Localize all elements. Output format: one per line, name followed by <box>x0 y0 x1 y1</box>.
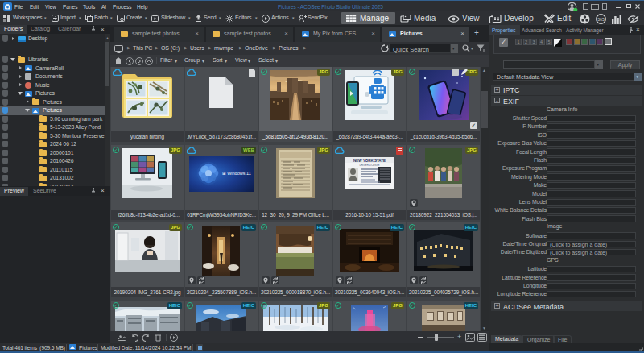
svg-text:DRIVER LICENSE: DRIVER LICENSE <box>359 163 379 166</box>
svg-text:365: 365 <box>597 16 605 21</box>
svg-text:⊞ Windows 11: ⊞ Windows 11 <box>222 171 251 176</box>
svg-text:NEW YORK STATE: NEW YORK STATE <box>353 158 386 162</box>
